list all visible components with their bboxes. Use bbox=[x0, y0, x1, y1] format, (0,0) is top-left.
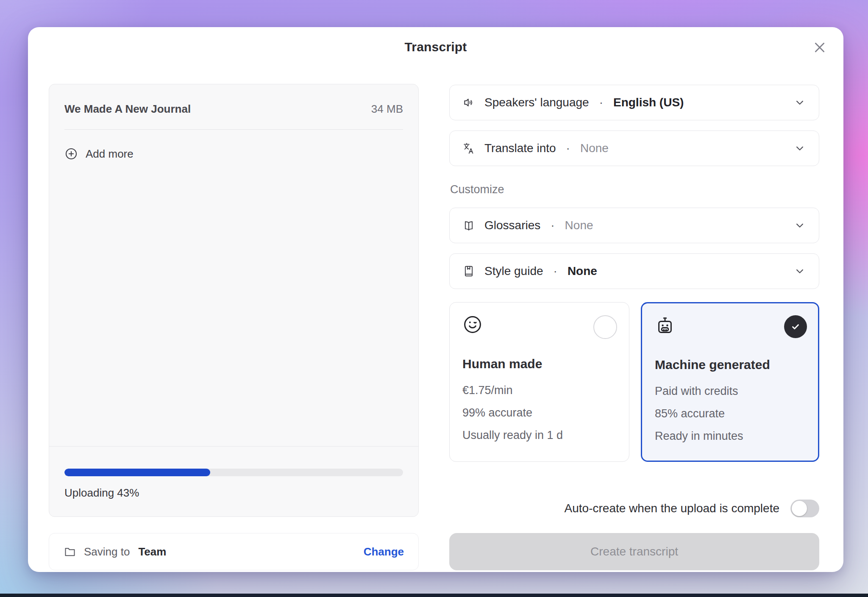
auto-create-row: Auto-create when the upload is complete bbox=[449, 497, 819, 520]
speaker-icon bbox=[462, 96, 475, 109]
translate-into-value: None bbox=[580, 142, 609, 155]
plan-name: Machine generated bbox=[655, 358, 770, 372]
translate-into-dropdown[interactable]: Translate into · None bbox=[449, 131, 819, 166]
dot-separator: · bbox=[551, 219, 554, 232]
desktop-background: { "dialog": { "title": "Transcript" }, "… bbox=[0, 0, 868, 597]
close-icon bbox=[811, 39, 828, 56]
change-destination-button[interactable]: Change bbox=[364, 545, 404, 558]
screen-bottom-edge bbox=[0, 594, 868, 597]
close-button[interactable] bbox=[810, 37, 830, 58]
saving-destination-row: Saving to Team Change bbox=[49, 533, 419, 570]
plan-card-human-made[interactable]: Human made €1.75/min 99% accurate Usuall… bbox=[449, 302, 629, 462]
dot-separator: · bbox=[554, 264, 557, 278]
plan-detail-line: Usually ready in 1 d bbox=[462, 424, 563, 447]
glossaries-dropdown[interactable]: Glossaries · None bbox=[449, 208, 819, 243]
style-guide-value: None bbox=[568, 264, 597, 278]
transcript-dialog: Transcript We Made A New Journal 34 MB A… bbox=[28, 27, 843, 572]
upload-file-card: We Made A New Journal 34 MB Add more Upl… bbox=[49, 84, 419, 517]
open-book-icon bbox=[462, 219, 475, 232]
plan-detail-line: 99% accurate bbox=[462, 402, 563, 424]
auto-create-toggle[interactable] bbox=[790, 500, 819, 517]
speakers-language-dropdown[interactable]: Speakers' language · English (US) bbox=[449, 85, 819, 120]
plan-details: Paid with credits 85% accurate Ready in … bbox=[655, 380, 743, 447]
divider bbox=[64, 129, 403, 130]
dot-separator: · bbox=[566, 142, 570, 155]
file-name: We Made A New Journal bbox=[64, 103, 191, 116]
upload-progress-section: Uploading 43% bbox=[49, 446, 418, 516]
robot-icon bbox=[655, 315, 675, 336]
chevron-down-icon bbox=[793, 96, 806, 109]
notebook-icon bbox=[462, 265, 475, 278]
saving-to-label: Saving to bbox=[84, 545, 130, 558]
style-guide-dropdown[interactable]: Style guide · None bbox=[449, 253, 819, 289]
plan-radio-unselected[interactable] bbox=[593, 315, 617, 339]
plan-card-machine-generated[interactable]: Machine generated Paid with credits 85% … bbox=[641, 302, 819, 462]
customize-heading: Customize bbox=[450, 183, 504, 196]
saving-folder-name: Team bbox=[138, 545, 166, 558]
speakers-language-value: English (US) bbox=[613, 96, 684, 109]
check-icon bbox=[789, 320, 802, 333]
glossaries-label: Glossaries bbox=[484, 219, 540, 232]
style-guide-label: Style guide bbox=[484, 264, 543, 278]
file-list-item: We Made A New Journal 34 MB bbox=[64, 100, 403, 118]
plan-detail-line: €1.75/min bbox=[462, 379, 563, 402]
upload-progress-label: Uploading 43% bbox=[64, 486, 139, 500]
plan-name: Human made bbox=[462, 357, 542, 371]
plan-detail-line: Paid with credits bbox=[655, 380, 743, 403]
create-transcript-button[interactable]: Create transcript bbox=[449, 533, 819, 570]
plan-detail-line: Ready in minutes bbox=[655, 425, 743, 447]
plus-circle-icon bbox=[64, 147, 78, 161]
winking-smiley-icon bbox=[462, 314, 483, 335]
folder-icon bbox=[64, 545, 76, 558]
chevron-down-icon bbox=[793, 219, 806, 232]
speakers-language-label: Speakers' language bbox=[484, 96, 589, 109]
chevron-down-icon bbox=[793, 265, 806, 278]
translate-icon bbox=[462, 142, 475, 155]
chevron-down-icon bbox=[793, 142, 806, 155]
glossaries-value: None bbox=[565, 219, 593, 232]
dialog-title: Transcript bbox=[28, 40, 843, 54]
auto-create-label: Auto-create when the upload is complete bbox=[565, 502, 779, 515]
translate-into-label: Translate into bbox=[484, 142, 556, 155]
upload-progress-fill bbox=[64, 469, 210, 476]
plan-detail-line: 85% accurate bbox=[655, 403, 743, 425]
dot-separator: · bbox=[599, 96, 603, 109]
plan-details: €1.75/min 99% accurate Usually ready in … bbox=[462, 379, 563, 447]
file-size: 34 MB bbox=[371, 103, 403, 116]
add-more-button[interactable]: Add more bbox=[64, 144, 134, 164]
toggle-knob bbox=[792, 501, 807, 516]
plan-selected-check[interactable] bbox=[784, 315, 807, 338]
upload-progress-bar bbox=[64, 469, 403, 476]
add-more-label: Add more bbox=[86, 147, 134, 161]
